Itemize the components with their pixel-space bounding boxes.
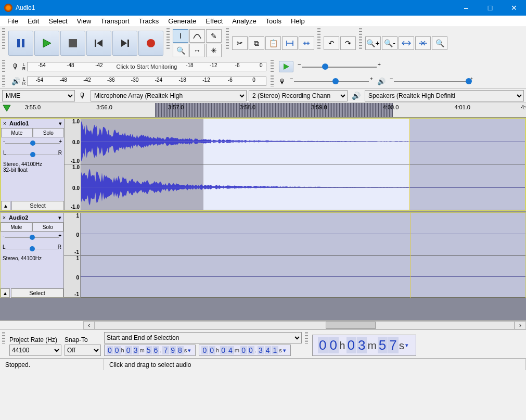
envelope-tool-icon[interactable]	[189, 29, 205, 43]
selection-tool-icon[interactable]: I	[173, 29, 188, 43]
cut-icon[interactable]: ✂	[232, 36, 248, 50]
mute-button[interactable]: Mute	[1, 128, 33, 137]
menu-view[interactable]: View	[73, 16, 96, 26]
meter-channels: LR	[21, 62, 27, 71]
select-track-button[interactable]: Select	[11, 201, 64, 210]
selection-end-field[interactable]: 00h04m00.341s▾	[199, 345, 290, 356]
track-close-button[interactable]: ×	[1, 120, 8, 126]
menu-file[interactable]: File	[3, 16, 22, 26]
gain-slider[interactable]: -+	[3, 138, 62, 148]
selection-start-field[interactable]: 00h03m56.798s▾	[104, 345, 196, 356]
playback-volume-slider[interactable]: −+	[390, 77, 473, 86]
paste-icon[interactable]: 📋	[265, 36, 281, 50]
track-vertical-scale[interactable]: 1.00.0-1.01.00.0-1.0	[65, 119, 81, 210]
playback-device-select[interactable]: Speakers (Realtek High Definiti	[365, 90, 524, 101]
snap-to-select[interactable]: Off	[65, 345, 101, 356]
audio-host-select[interactable]: MME	[2, 90, 75, 101]
track-vertical-scale[interactable]: 10-110-1	[64, 213, 81, 298]
track-waveform[interactable]	[81, 213, 525, 298]
svg-rect-1	[22, 39, 24, 47]
gain-slider[interactable]: -+	[3, 233, 61, 242]
svg-marker-6	[121, 40, 127, 47]
multi-tool-icon[interactable]: ✳	[206, 44, 222, 57]
audio-position-display[interactable]: 00h03m57s▾	[312, 335, 416, 356]
stop-button[interactable]	[60, 31, 85, 56]
fit-project-icon[interactable]	[415, 36, 431, 50]
track-audio1[interactable]: ×Audio1▾MuteSolo-+LRStereo, 44100Hz32-bi…	[0, 118, 526, 211]
svg-rect-3	[69, 39, 77, 47]
status-bar: Stopped. Click and drag to select audio	[0, 359, 526, 370]
zoom-tool-icon[interactable]: 🔍	[173, 44, 188, 57]
selection-toolbar: Project Rate (Hz) 44100 Snap-To Off Star…	[0, 330, 526, 359]
play-head-icon[interactable]	[2, 104, 12, 114]
recording-channels-select[interactable]: 2 (Stereo) Recording Chann	[249, 90, 348, 101]
solo-button[interactable]: Solo	[33, 128, 65, 137]
select-track-button[interactable]: Select	[11, 288, 63, 298]
menu-generate[interactable]: Generate	[164, 16, 200, 26]
pan-slider[interactable]: LR	[3, 244, 61, 253]
track-close-button[interactable]: ×	[1, 214, 8, 221]
pause-button[interactable]	[8, 31, 33, 56]
play-at-speed-button[interactable]	[279, 61, 293, 72]
menu-effect[interactable]: Effect	[201, 16, 227, 26]
track-control-panel: ×Audio2▾MuteSolo-+LRStereo, 44100Hz▲Sele…	[1, 213, 64, 298]
pan-slider[interactable]: LR	[3, 150, 62, 159]
trim-icon[interactable]	[282, 36, 298, 50]
svg-marker-10	[3, 105, 10, 111]
project-rate-select[interactable]: 44100	[9, 345, 61, 356]
recording-volume-slider[interactable]: −+	[290, 77, 373, 86]
minimize-button[interactable]: –	[454, 0, 478, 16]
menu-help[interactable]: Help	[287, 16, 309, 26]
zoom-out-icon[interactable]: 🔍-	[382, 36, 397, 50]
speaker-icon: 🔊	[350, 92, 363, 100]
recording-device-select[interactable]: Microphone Array (Realtek High	[91, 90, 247, 101]
zoom-in-icon[interactable]: 🔍+	[365, 36, 381, 50]
mic-icon: 🎙	[279, 78, 286, 85]
edit-toolbar: ✂ ⧉ 📋	[231, 35, 315, 51]
skip-start-button[interactable]	[86, 31, 111, 56]
monitor-hint[interactable]: Click to Start Monitoring	[117, 63, 177, 70]
menu-analyze[interactable]: Analyze	[228, 16, 260, 26]
redo-icon[interactable]: ↷	[340, 36, 356, 50]
horizontal-scrollbar[interactable]: ‹ ›	[0, 321, 526, 330]
mute-button[interactable]: Mute	[1, 222, 32, 232]
zoom-toggle-icon[interactable]: 🔍	[432, 36, 447, 50]
solo-button[interactable]: Solo	[32, 222, 64, 232]
silence-icon[interactable]	[299, 36, 314, 50]
mic-icon: 🎙	[10, 62, 21, 71]
menu-tools[interactable]: Tools	[262, 16, 286, 26]
scroll-left-icon[interactable]: ‹	[83, 321, 95, 329]
track-area[interactable]: ×Audio1▾MuteSolo-+LRStereo, 44100Hz32-bi…	[0, 118, 526, 321]
timeline-ruler[interactable]: 3:55.03:56.03:57.03:58.03:59.04:00.04:01…	[0, 103, 526, 118]
scroll-right-icon[interactable]: ›	[515, 321, 526, 329]
track-waveform[interactable]	[81, 119, 525, 210]
project-rate-label: Project Rate (Hz)	[9, 336, 61, 343]
collapse-button[interactable]: ▲	[1, 201, 10, 210]
menu-select[interactable]: Select	[44, 16, 71, 26]
recording-meter[interactable]: 🎙 LR Click to Start Monitoring -54-48-42…	[10, 61, 266, 72]
transport-toolbar	[7, 30, 164, 57]
selection-mode-select[interactable]: Start and End of Selection	[104, 332, 302, 343]
skip-end-button[interactable]	[112, 31, 137, 56]
menu-transport[interactable]: Transport	[96, 16, 133, 26]
record-button[interactable]	[138, 31, 163, 56]
track-audio2[interactable]: ×Audio2▾MuteSolo-+LRStereo, 44100Hz▲Sele…	[0, 212, 526, 298]
speaker-icon: 🔊	[10, 77, 21, 85]
close-button[interactable]: ✕	[502, 0, 526, 16]
menu-tracks[interactable]: Tracks	[135, 16, 163, 26]
copy-icon[interactable]: ⧉	[249, 36, 264, 50]
track-name[interactable]: Audio2	[8, 214, 56, 221]
timeshift-tool-icon[interactable]: ↔	[189, 44, 205, 57]
draw-tool-icon[interactable]: ✎	[206, 29, 222, 43]
playback-meter[interactable]: 🔊 LR -54-48-42-36-30-24-18-12-60	[10, 75, 266, 87]
fit-selection-icon[interactable]	[399, 36, 414, 50]
undo-icon[interactable]: ↶	[324, 36, 339, 50]
maximize-button[interactable]: □	[478, 0, 502, 16]
collapse-button[interactable]: ▲	[1, 288, 10, 298]
menu-edit[interactable]: Edit	[23, 16, 43, 26]
track-menu-icon[interactable]: ▾	[56, 214, 63, 221]
track-menu-icon[interactable]: ▾	[57, 120, 64, 127]
track-name[interactable]: Audio1	[8, 120, 57, 126]
play-button[interactable]	[34, 31, 59, 56]
playback-speed-slider[interactable]: −+	[298, 62, 381, 71]
